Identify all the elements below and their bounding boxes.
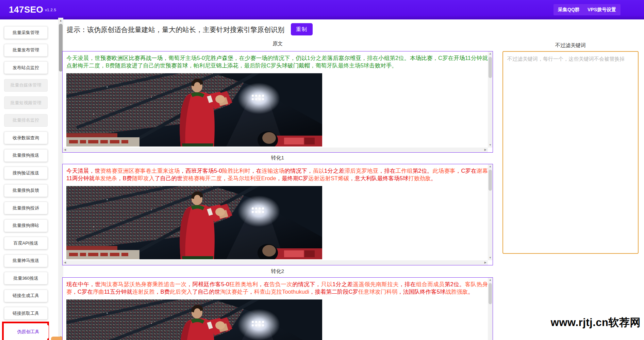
text-segment: 连射反胜 (132, 289, 155, 295)
text-segment: ， (222, 175, 228, 181)
text-segment: 第2位。 (390, 55, 410, 61)
text-segment: ， (248, 289, 254, 295)
header-nav-vps-settings[interactable]: VPS拨号设置 (583, 4, 621, 15)
text-segment: 小组 (378, 55, 390, 61)
text-segment: ，在 (233, 55, 245, 61)
scroll-up-arrow-icon[interactable]: ▲ (489, 279, 492, 281)
sidebar-item[interactable]: 收录数据查询 (4, 132, 48, 144)
scroll-up-arrow-icon[interactable]: ▲ (489, 52, 492, 55)
text-segment: 开场 (454, 55, 465, 61)
header-nav-vps-settings-label: VPS拨号设置 (588, 7, 616, 13)
text-segment: 锦上添花 (216, 62, 238, 68)
text-segment: 击败对手 (369, 62, 392, 68)
scroll-right-arrow-icon[interactable]: ▶ (484, 261, 486, 264)
text-segment: 梅开二度，B费 (78, 62, 115, 68)
stadium-photo (66, 186, 322, 259)
scroll-up-arrow-icon[interactable]: ▲ (489, 165, 492, 168)
article-scrollbar-thumb[interactable] (489, 170, 492, 191)
text-segment: 落后塞尔维亚 (327, 55, 361, 61)
sidebar-item[interactable]: 批量搜狗推送 (4, 149, 48, 162)
article-text[interactable]: 现在中午，世淘汰赛马瑟沃热身赛乘胜追击一次，阿根廷作客5-0狂胜奥地利，在告负一… (63, 278, 493, 295)
article-text[interactable]: 今天凌晨，世预赛欧洲区比赛再战一场，葡萄牙主场5-0完胜卢森堡，在少赛一场的情况… (63, 51, 493, 69)
sidebar-item[interactable]: 链接抓取工具 (4, 307, 48, 320)
text-segment: 连输这场 (262, 168, 285, 174)
article-scrollbar-thumb[interactable] (489, 283, 492, 304)
article-scrollbar-thumb[interactable] (489, 57, 492, 78)
sidebar-item[interactable]: 批量采集管理 (4, 26, 48, 39)
text-segment: 单发绝杀 (95, 175, 117, 181)
sidebar-item: 批量排名监控 (4, 114, 48, 127)
app-header: 147SEOv1.2.5 采集QQ群 VPS拨号设置 (0, 0, 644, 19)
page: 147SEOv1.2.5 采集QQ群 VPS拨号设置 批量采集管理批量发布管理发… (0, 0, 644, 340)
keywords-textarea[interactable] (502, 51, 639, 254)
text-segment: 。 (431, 175, 436, 181)
text-segment: 序曲 (93, 289, 104, 295)
text-segment: 告负一次 (269, 281, 292, 287)
text-segment: 头球破门戴帽 (276, 62, 310, 68)
text-segment: 滞后克罗地亚 (344, 168, 378, 174)
sidebar-item[interactable]: 批量搜狗反馈 (4, 184, 48, 197)
stadium-photo (66, 73, 322, 146)
article-vertical-scrollbar[interactable]: ▲ ▼ (488, 278, 493, 340)
sidebar-item[interactable]: 批量神马推送 (4, 254, 48, 267)
sidebar-item[interactable]: 批量发布管理 (4, 44, 48, 57)
text-segment: 战胜强敌 (446, 289, 468, 295)
watermark: www.rjtj.cn软荐网 (551, 315, 641, 330)
article-horizontal-scrollbar[interactable]: ◀ ▶ (63, 260, 488, 265)
text-segment: ，排在 (399, 281, 416, 287)
text-segment: 的情况下， (267, 55, 296, 61)
text-segment: ，最后阶段C罗 (238, 62, 276, 68)
text-segment: 工作组 (396, 168, 413, 174)
scroll-up-arrow-icon[interactable]: ▲ (58, 18, 63, 23)
panel-title: 原文 (62, 41, 493, 47)
app-version: v1.2.5 (45, 8, 56, 12)
remake-button[interactable]: 重制 (291, 23, 313, 35)
text-segment: 资格赛亚洲区赛事卷土重来这场 (100, 168, 180, 174)
text-segment: 淘汰赛处子 (220, 289, 249, 295)
sidebar-item[interactable]: 批量360推送 (4, 272, 48, 284)
text-segment: ，B费 (155, 289, 170, 295)
article-vertical-scrollbar[interactable]: ▲ ▼ (488, 51, 493, 148)
text-segment: 预赛首球 (166, 62, 188, 68)
text-segment: 完胜卢森堡 (205, 55, 233, 61)
text-segment: ，排在 (361, 55, 378, 61)
scroll-left-arrow-icon[interactable]: ◀ (64, 149, 66, 151)
text-segment: ，接着第二阶段C罗 (309, 289, 358, 295)
text-segment: 第2位。 (445, 281, 465, 287)
text-segment: 随即攻入 (132, 175, 154, 181)
article-horizontal-scrollbar[interactable]: ◀ ▶ (63, 148, 488, 152)
text-segment: 随后攻进 (115, 62, 137, 68)
sidebar-item[interactable]: 批量搜狗投诉 (4, 202, 48, 214)
text-segment: ，帕利尼亚 (188, 62, 216, 68)
text-segment: ，西班牙客场5-0 (180, 168, 222, 174)
text-segment: 虽以 (313, 168, 324, 174)
sidebar-item[interactable]: 发布站点监控 (4, 61, 48, 74)
text-segment: 任意球攻门科弱 (358, 289, 398, 295)
scroll-left-arrow-icon[interactable]: ◀ (64, 261, 66, 264)
keywords-panel-title: 不过滤关键词 (502, 42, 639, 49)
article-text[interactable]: 今天清晨，世资格赛亚洲区赛事卷土重来这场，西班牙客场5-0险胜比利时，在连输这场… (63, 164, 493, 182)
header-nav-qq-group[interactable]: 采集QQ群 (554, 4, 584, 15)
article-vertical-scrollbar[interactable]: ▲ ▼ (488, 164, 493, 260)
text-segment: 11分钟就 (465, 55, 488, 61)
sidebar-item[interactable]: 伪原创工具 (8, 325, 49, 339)
scroll-down-arrow-icon[interactable]: ▼ (489, 257, 492, 259)
sidebar-item[interactable]: 链接生成工具 (4, 290, 48, 302)
sidebar-item[interactable]: 批量搜狗绑站 (4, 219, 48, 232)
text-segment: 的情况下， (284, 168, 313, 174)
text-segment: ，B费 (117, 175, 132, 181)
text-segment: 远射远射ST烯碳 (308, 175, 349, 181)
text-segment: 组合而成员 (416, 281, 445, 287)
text-segment: 淘汰赛马瑟沃热身赛乘胜追击一次 (101, 281, 187, 287)
article-image (66, 186, 322, 259)
panel-title: 转化2 (62, 268, 493, 275)
sidebar-item[interactable]: 百度API推送 (4, 237, 48, 249)
scroll-down-arrow-icon[interactable]: ▼ (489, 144, 492, 146)
text-segment: 今天凌晨，世 (66, 55, 100, 61)
text-segment: ，在 (250, 168, 262, 174)
scroll-right-arrow-icon[interactable]: ▶ (484, 149, 486, 151)
text-segment: ，C罗在 (72, 289, 93, 295)
text-segment: 了自己的世 (192, 289, 220, 295)
sidebar-item[interactable]: 搜狗验证推送 (4, 167, 48, 179)
text-segment: 今天清晨，世 (66, 168, 100, 174)
